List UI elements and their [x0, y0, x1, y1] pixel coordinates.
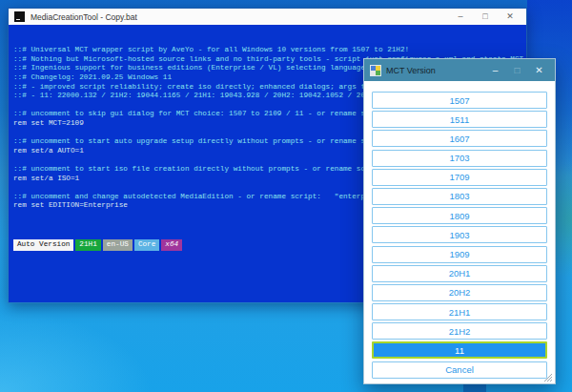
console-titlebar[interactable]: MediaCreationTool - Copy.bat – □ ✕ [9, 9, 526, 25]
version-button-11[interactable]: 11 [372, 341, 547, 359]
mct-version-dialog: MCT Version – □ ✕ 1507151116071703170918… [363, 58, 556, 384]
status-badge: en-US [103, 239, 133, 252]
dialog-maximize-button: □ [506, 59, 528, 81]
version-button-1903[interactable]: 1903 [372, 226, 547, 243]
wallpaper-beam [0, 310, 153, 392]
console-window-title: MediaCreationTool - Copy.bat [31, 12, 448, 22]
version-button-1703[interactable]: 1703 [372, 150, 547, 167]
version-button-1507[interactable]: 1507 [372, 92, 547, 109]
version-button-21h2[interactable]: 21H2 [372, 322, 547, 340]
desktop-wallpaper: MediaCreationTool - Copy.bat – □ ✕ ::# U… [0, 0, 572, 392]
dialog-body: 15071511160717031709180318091903190920H1… [364, 81, 555, 384]
console-maximize-button[interactable]: □ [473, 9, 498, 25]
cmd-icon [14, 11, 25, 22]
version-button-1809[interactable]: 1809 [372, 207, 547, 224]
status-badge: Auto Version [13, 239, 73, 252]
version-button-20h1[interactable]: 20H1 [372, 265, 547, 282]
version-button-20h2[interactable]: 20H2 [372, 284, 547, 301]
dialog-title: MCT Version [386, 66, 484, 75]
version-button-1709[interactable]: 1709 [372, 169, 547, 186]
status-badge: x64 [161, 239, 182, 252]
console-close-button[interactable]: ✕ [498, 9, 522, 25]
console-minimize-button[interactable]: – [448, 9, 473, 25]
status-badge: Core [134, 239, 159, 252]
cancel-button[interactable]: Cancel [372, 361, 547, 379]
version-button-1803[interactable]: 1803 [372, 188, 547, 205]
version-button-1511[interactable]: 1511 [372, 111, 547, 128]
status-badge: 21H1 [75, 239, 100, 252]
version-button-21h1[interactable]: 21H1 [372, 303, 547, 320]
resize-grip-icon[interactable] [542, 372, 552, 382]
version-button-1607[interactable]: 1607 [372, 130, 547, 147]
version-button-1909[interactable]: 1909 [372, 246, 547, 263]
console-line: ::# Universal MCT wrapper script by AveY… [13, 46, 526, 55]
dialog-titlebar[interactable]: MCT Version – □ ✕ [364, 59, 555, 81]
dialog-app-icon [370, 65, 381, 76]
dialog-close-button[interactable]: ✕ [528, 59, 550, 81]
dialog-minimize-button[interactable]: – [484, 59, 506, 81]
